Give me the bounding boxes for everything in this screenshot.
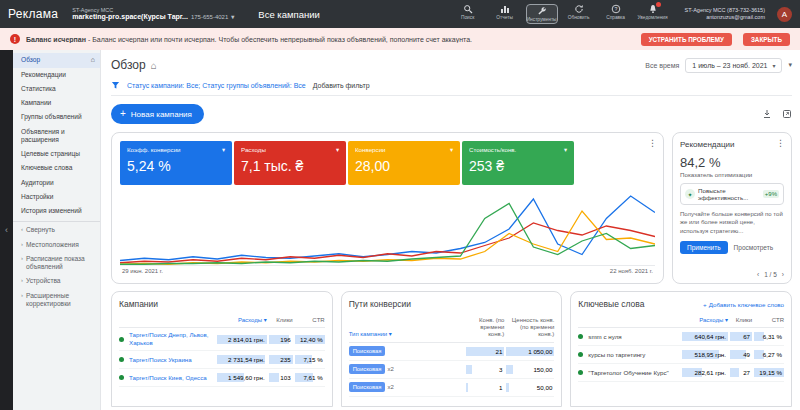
close-alert-button[interactable]: ЗАКРЫТЬ [743, 33, 790, 46]
value-cell: 640,64 грн. [682, 331, 728, 342]
keyword-name[interactable]: smm с нуля [588, 333, 680, 341]
metric-card[interactable]: Расходы▾7,1 тыс. ₴ [234, 141, 346, 185]
sidebar-item[interactable]: ›Местоположения [13, 238, 100, 252]
sidebar-item[interactable]: Ключевые слова [13, 161, 100, 175]
more-options-icon[interactable]: ⋮ [648, 138, 657, 148]
column-header[interactable]: Конв. (по времени конв.) [466, 317, 504, 339]
collapse-toolbar-icon[interactable]: ▾ [788, 61, 792, 69]
recommendation-item[interactable]: ✦ Повысьте эффективность... +9% [680, 183, 784, 205]
prev-page-icon[interactable]: ‹ [757, 271, 759, 278]
metric-card[interactable]: Конверсии▾28,00 [348, 141, 460, 185]
campaigns-body: Таргет/Поиск Днепр, Львов, Харьков2 814,… [119, 328, 325, 387]
collapse-rail[interactable]: ‹ [0, 50, 13, 410]
conversion-path-row[interactable]: Поисковаяx2150,00 [349, 379, 555, 397]
plus-icon: + [703, 301, 707, 308]
sidebar-item[interactable]: Аудитории [13, 176, 100, 190]
keyword-row[interactable]: курсы по таргетингу518,95 грн.496,27 % [578, 346, 784, 364]
keyword-row[interactable]: smm с нуля640,64 грн.676,31 % [578, 328, 784, 346]
column-header[interactable]: Расходы ▾ [217, 317, 267, 324]
campaign-name[interactable]: Таргет/Поиск Днепр, Львов, Харьков [129, 331, 215, 347]
sidebar-item[interactable]: Группы объявлений [13, 110, 100, 124]
value-cell: 3 [466, 364, 504, 375]
chevron-left-icon: ‹ [21, 226, 23, 234]
column-header[interactable]: Ценность конв. (по времени конв.) [506, 317, 554, 339]
keyword-row[interactable]: "Таргетолог Обучение Курс"282,61 грн.271… [578, 364, 784, 382]
sidebar-item[interactable]: Статистика [13, 82, 100, 96]
conversion-path-row[interactable]: Поисковая211 050,00 [349, 343, 555, 361]
fix-problem-button[interactable]: УСТРАНИТЬ ПРОБЛЕМУ [641, 33, 732, 46]
pagination-label: 1 / 5 [764, 271, 777, 278]
sidebar-item[interactable]: Кампании [13, 96, 100, 110]
sidebar-item[interactable]: ›Расписание показа объявлений [13, 252, 100, 274]
topbar-search-icon[interactable]: Поиск [452, 4, 484, 20]
column-header[interactable]: Клики [269, 317, 293, 324]
campaign-row[interactable]: Таргет/Поиск Киев, Одесса1 549,60 грн.10… [119, 369, 325, 387]
column-header[interactable]: Расходы ▾ [682, 317, 728, 324]
user-info[interactable]: ST-Agency MCC (873-732-3615) antonzuzus@… [685, 7, 765, 21]
add-keyword-button[interactable]: + Добавить ключевое слово [703, 301, 784, 308]
sidebar-item[interactable]: История изменений [13, 204, 100, 218]
topbar-help-icon[interactable]: ?Справка [600, 4, 632, 20]
topbar-reports-icon[interactable]: Отчеты [489, 4, 521, 20]
metric-card[interactable]: Стоимость/конв.▾253 ₴ [462, 141, 574, 185]
conversion-paths-title: Пути конверсии [349, 299, 411, 309]
page-context-title: Все кампании [258, 9, 319, 20]
column-header[interactable]: CTR [754, 317, 784, 324]
status-dot [578, 334, 583, 339]
sidebar-item[interactable]: ›Расширенные корректировки [13, 289, 100, 311]
sidebar-item[interactable]: Объявления и расширения [13, 125, 100, 147]
new-campaign-button[interactable]: + Новая кампания [111, 104, 204, 124]
date-range-value: 1 июль – 23 нояб. 2021 [692, 62, 767, 69]
keyword-name[interactable]: курсы по таргетингу [588, 351, 680, 359]
sidebar-item[interactable]: Рекомендации [13, 68, 100, 82]
alert-text: Баланс исчерпан - Баланс исчерпан или по… [26, 36, 630, 43]
apply-button[interactable]: Применить [680, 241, 728, 254]
value-cell: 103 [269, 372, 293, 383]
conversion-path-row[interactable]: Поисковаяx23150,00 [349, 361, 555, 379]
sidebar-item[interactable]: Обзор⌂ [13, 53, 100, 68]
campaign-name[interactable]: Таргет/Поиск Киев, Одесса [129, 374, 215, 382]
sidebar-list: Обзор⌂РекомендацииСтатистикаКампанииГруп… [13, 53, 100, 311]
sidebar-item[interactable]: ‹Свернуть [13, 221, 100, 237]
metric-card[interactable]: Коэфф. конверсии▾5,24 % [120, 141, 232, 185]
campaigns-head: Расходы ▾КликиCTR [119, 312, 325, 328]
chevron-down-icon: ▾ [564, 146, 567, 153]
sidebar-item[interactable]: Целевые страницы [13, 147, 100, 161]
topbar-bell-icon[interactable]: Уведомления [637, 4, 669, 20]
column-header[interactable]: Клики [730, 317, 752, 324]
value-cell: 1 549,60 грн. [217, 372, 267, 383]
expand-icon[interactable] [782, 109, 792, 119]
topbar-refresh-icon[interactable]: Обновить [563, 4, 595, 20]
column-header[interactable]: Тип кампании ▾ [349, 331, 465, 338]
x-axis-end-label: 22 нояб. 2021 г. [610, 268, 653, 274]
recommendation-item-title: Повысьте эффективность... [698, 187, 760, 201]
keywords-card: Ключевые слова + Добавить ключевое слово… [570, 291, 792, 407]
active-filters[interactable]: Статус кампании: Все; Статус группы объя… [127, 82, 306, 89]
add-filter-button[interactable]: Добавить фильтр [313, 82, 370, 89]
view-button[interactable]: Просмотреть [734, 244, 773, 251]
sidebar-item[interactable]: ›Устройства [13, 274, 100, 288]
column-header[interactable]: CTR [295, 317, 325, 324]
value-cell: 6,31 % [754, 331, 784, 342]
next-page-icon[interactable]: › [782, 271, 784, 278]
uplift-badge: +9% [763, 190, 779, 198]
add-keyword-label: Добавить ключевое слово [709, 301, 784, 308]
avatar[interactable]: A [777, 7, 792, 22]
value-cell: 1 [466, 382, 504, 393]
sidebar-item[interactable]: Настройки [13, 190, 100, 204]
keyword-name[interactable]: "Таргетолог Обучение Курс" [588, 369, 680, 377]
more-options-icon[interactable]: ⋮ [776, 138, 785, 148]
campaign-row[interactable]: Таргет/Поиск Днепр, Львов, Харьков2 814,… [119, 328, 325, 351]
download-icon[interactable] [762, 109, 772, 119]
campaign-row[interactable]: Таргет/Поиск Украина2 731,54 грн.2357,15… [119, 351, 325, 369]
campaign-name[interactable]: Таргет/Поиск Украина [129, 356, 215, 364]
value-cell: 6,27 % [754, 349, 784, 360]
app-logo[interactable]: Реклама [8, 7, 58, 21]
value-cell: 67 [730, 331, 752, 342]
home-icon: ⌂ [91, 56, 95, 65]
value-cell: 7,15 % [295, 354, 325, 365]
account-switcher[interactable]: ST-Agency MCC marketing-pro.space(Курсы … [72, 7, 234, 21]
topbar-tools-icon[interactable]: Инструменты [526, 4, 558, 24]
metrics-row: Коэфф. конверсии▾5,24 %Расходы▾7,1 тыс. … [120, 141, 655, 185]
date-range-picker[interactable]: 1 июль – 23 нояб. 2021 ▾ [685, 58, 782, 73]
